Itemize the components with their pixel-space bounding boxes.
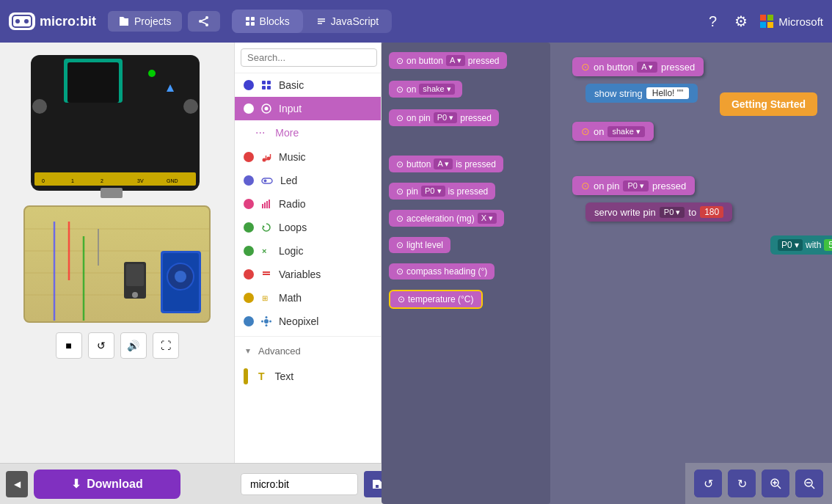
sidebar-item-logic[interactable]: × Logic: [235, 239, 381, 263]
svg-rect-8: [246, 17, 249, 21]
svg-point-53: [265, 107, 269, 111]
target-icon-7: ⊙: [396, 240, 404, 250]
zoom-in-button-bottom[interactable]: [762, 470, 789, 497]
svg-line-7: [201, 22, 206, 24]
pin-p0-dropdown-2[interactable]: P0 ▾: [421, 186, 445, 197]
sidebar-item-led[interactable]: Led: [235, 169, 381, 192]
button-a-dropdown-2[interactable]: A ▾: [434, 158, 453, 169]
target-icon-3: ⊙: [396, 113, 404, 123]
logo-text: micro:bit: [40, 14, 96, 29]
target-icon-6: ⊙: [396, 213, 404, 224]
block-compass-heading[interactable]: ⊙ compass heading (°): [389, 263, 495, 280]
shake-dropdown-ws[interactable]: shake ▾: [607, 126, 644, 137]
sidebar-item-neopixel[interactable]: Neopixel: [235, 310, 381, 333]
settings-button[interactable]: ⚙: [729, 10, 753, 33]
projects-button[interactable]: Projects: [108, 11, 182, 32]
download-icon: ⬇: [71, 477, 81, 491]
block-item-acceleration[interactable]: ⊙ acceleration (mg) X ▾: [382, 206, 550, 230]
block-temperature[interactable]: ⊙ temperature (°C): [389, 290, 483, 309]
ws-block-on-shake[interactable]: ⊙ on shake ▾: [572, 122, 654, 141]
undo-button-bottom[interactable]: ↺: [694, 470, 722, 497]
servo-pin-dropdown[interactable]: P0 ▾: [660, 207, 685, 218]
fullscreen-button[interactable]: ⛶: [153, 332, 179, 359]
sidebar-item-more[interactable]: ··· More: [235, 120, 381, 145]
ws-block-neopixel[interactable]: P0 ▾ with 5 leds as RGB (GRB format): [770, 235, 832, 255]
microsoft-area: Microsoft: [759, 14, 823, 29]
device-name-input[interactable]: [241, 473, 358, 495]
microsoft-label: Microsoft: [778, 15, 823, 28]
led-icon: [261, 175, 273, 186]
advanced-label: Advanced: [258, 346, 301, 357]
download-label: Download: [87, 478, 142, 491]
block-item-button-is-pressed[interactable]: ⊙ button A ▾ is pressed: [382, 152, 550, 176]
block-item-on-pin-pressed[interactable]: ⊙ on pin P0 ▾ pressed: [382, 106, 550, 130]
sidebar-toggle-button[interactable]: ◀: [6, 471, 28, 497]
download-bar: ◀ ⬇ Download: [0, 463, 235, 504]
header: micro:bit Projects Blocks JavaScript ? ⚙…: [0, 0, 832, 43]
search-box: 🔍: [235, 43, 381, 73]
target-icon-4: ⊙: [396, 159, 404, 169]
block-acceleration[interactable]: ⊙ acceleration (mg) X ▾: [389, 210, 504, 227]
sound-button[interactable]: 🔊: [120, 332, 147, 359]
search-input[interactable]: [241, 48, 377, 67]
sidebar-item-radio[interactable]: Radio: [235, 192, 381, 216]
block-on-pin-pressed[interactable]: ⊙ on pin P0 ▾ pressed: [389, 109, 499, 126]
sidebar-item-loops[interactable]: Loops: [235, 216, 381, 239]
svg-point-71: [266, 316, 268, 318]
sidebar-item-math[interactable]: ⊞ Math: [235, 286, 381, 310]
input-icon: [261, 103, 271, 114]
sidebar-item-advanced[interactable]: Advanced: [235, 340, 381, 362]
svg-rect-49: [267, 81, 271, 84]
logic-icon: ×: [261, 246, 271, 256]
svg-rect-50: [262, 86, 266, 90]
target-icon-2: ⊙: [396, 84, 404, 95]
download-button[interactable]: ⬇ Download: [34, 470, 180, 499]
sidebar-item-text[interactable]: T Text: [235, 362, 381, 390]
block-pin-is-pressed[interactable]: ⊙ pin P0 ▾ is pressed: [389, 183, 495, 200]
ws-block-show-string[interactable]: show string Hello! "": [585, 84, 698, 103]
button-a-dropdown-ws[interactable]: A ▾: [637, 62, 657, 73]
block-item-compass-heading[interactable]: ⊙ compass heading (°): [382, 260, 550, 283]
ws-block-on-pin-p0[interactable]: ⊙ on pin P0 ▾ pressed: [572, 176, 695, 195]
led-label: Led: [280, 175, 297, 186]
pin-p0-dropdown[interactable]: P0 ▾: [434, 112, 458, 123]
sidebar-item-variables[interactable]: Variables: [235, 263, 381, 286]
block-on-shake[interactable]: ⊙ on shake ▾: [389, 81, 462, 98]
zoom-out-icon: [803, 478, 815, 489]
svg-rect-30: [101, 188, 123, 198]
sidebar-item-music[interactable]: Music: [235, 145, 381, 169]
help-button[interactable]: ?: [703, 10, 723, 33]
basic-label: Basic: [279, 79, 304, 91]
workspace-blocks-area: ⊙ on button A ▾ pressed show string Hell…: [558, 43, 832, 504]
axis-dropdown[interactable]: X ▾: [478, 213, 497, 224]
tab-javascript[interactable]: JavaScript: [303, 10, 392, 33]
sidebar-item-basic[interactable]: Basic: [235, 73, 381, 97]
svg-text:2: 2: [101, 178, 103, 183]
stop-button[interactable]: ■: [56, 332, 82, 359]
redo-button-bottom[interactable]: ↻: [728, 470, 756, 497]
block-on-button-pressed[interactable]: ⊙ on button A ▾ pressed: [389, 52, 507, 69]
ws-block-servo-write[interactable]: servo write pin P0 ▾ to 180: [585, 202, 732, 222]
share-button[interactable]: [188, 11, 220, 32]
ws-block-on-button-a[interactable]: ⊙ on button A ▾ pressed: [572, 57, 704, 76]
category-separator: [235, 336, 381, 337]
block-item-on-shake[interactable]: ⊙ on shake ▾: [382, 77, 550, 101]
block-item-pin-is-pressed[interactable]: ⊙ pin P0 ▾ is pressed: [382, 179, 550, 203]
zoom-out-button-bottom[interactable]: [795, 470, 823, 497]
block-item-on-button-pressed[interactable]: ⊙ on button A ▾ pressed: [382, 48, 550, 73]
restart-button[interactable]: ↺: [88, 332, 114, 359]
shake-dropdown[interactable]: shake ▾: [419, 84, 454, 95]
block-item-temperature[interactable]: ⊙ temperature (°C): [382, 286, 550, 313]
music-label: Music: [279, 151, 306, 163]
svg-text:⊞: ⊞: [262, 294, 268, 302]
svg-point-1: [15, 19, 20, 23]
block-light-level[interactable]: ⊙ light level: [389, 237, 450, 253]
block-item-light-level[interactable]: ⊙ light level: [382, 233, 550, 257]
pin-dropdown-ws[interactable]: P0 ▾: [623, 180, 649, 191]
block-button-is-pressed[interactable]: ⊙ button A ▾ is pressed: [389, 156, 503, 172]
svg-point-60: [264, 180, 267, 183]
sidebar-item-input[interactable]: Input: [235, 97, 381, 120]
radio-color-dot: [244, 199, 254, 209]
button-a-dropdown[interactable]: A ▾: [446, 55, 465, 66]
tab-blocks[interactable]: Blocks: [232, 10, 303, 33]
